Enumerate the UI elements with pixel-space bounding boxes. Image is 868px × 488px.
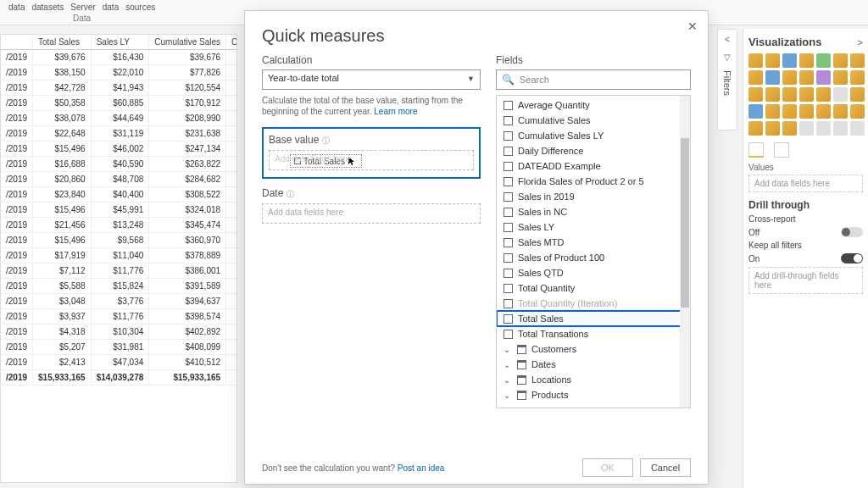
viz-type-icon[interactable] — [765, 53, 780, 68]
table-row[interactable]: /2019$4,318$10,304$402,892 — [1, 324, 237, 340]
date-dropzone[interactable]: Add data fields here — [262, 203, 481, 224]
post-idea-link[interactable]: Post an idea — [398, 463, 445, 473]
viz-type-icon[interactable] — [782, 104, 797, 119]
field-item[interactable]: DATEADD Example — [497, 158, 690, 174]
viz-type-icon[interactable] — [765, 87, 780, 102]
field-table[interactable]: Locations — [497, 372, 690, 387]
ribbon-item[interactable]: sources — [125, 3, 155, 12]
field-item[interactable]: Sales QTD — [497, 265, 690, 280]
info-icon[interactable]: ⓘ — [322, 136, 330, 145]
viz-type-icon[interactable] — [748, 70, 763, 85]
viz-type-icon[interactable] — [816, 53, 831, 68]
viz-type-icon[interactable] — [833, 70, 848, 85]
field-item[interactable]: Daily Difference — [497, 143, 690, 158]
keep-filters-toggle[interactable] — [841, 253, 863, 263]
table-row[interactable]: /2019$17,919$11,040$378,889 — [1, 248, 237, 263]
viz-type-icon[interactable] — [748, 121, 763, 136]
viz-type-icon[interactable] — [748, 53, 763, 68]
scrollbar-thumb[interactable] — [681, 138, 689, 308]
ribbon-item[interactable]: datasets — [31, 3, 64, 12]
table-row[interactable]: /2019$16,688$40,590$263,822 — [1, 157, 237, 172]
table-row[interactable]: /2019$3,937$11,776$398,574 — [1, 309, 237, 324]
field-item[interactable]: Sales in 2019 — [497, 189, 690, 204]
viz-type-icon[interactable] — [850, 70, 865, 85]
table-header[interactable]: Cumul — [226, 35, 237, 50]
table-header[interactable]: Cumulative Sales — [149, 35, 226, 50]
viz-type-icon[interactable] — [833, 121, 848, 136]
table-row[interactable]: /2019$22,648$31,119$231,638 — [1, 126, 237, 141]
viz-type-icon[interactable] — [782, 70, 797, 85]
viz-type-icon[interactable] — [799, 87, 814, 102]
viz-type-icon[interactable] — [782, 121, 797, 136]
viz-type-icon[interactable] — [833, 87, 848, 102]
field-item[interactable]: Total Sales — [497, 311, 690, 326]
filters-pane-collapsed[interactable]: < ▽ Filters — [717, 29, 737, 130]
ribbon-item[interactable]: data — [8, 3, 25, 12]
data-table-visual[interactable]: Total SalesSales LYCumulative SalesCumul… — [0, 34, 237, 483]
values-well[interactable]: Add data fields here — [748, 175, 863, 192]
table-row[interactable]: /2019$50,358$60,885$170,912 — [1, 96, 237, 111]
viz-type-icon[interactable] — [816, 104, 831, 119]
viz-type-icon[interactable] — [816, 121, 831, 136]
table-row[interactable]: /2019$5,588$15,824$391,589 — [1, 279, 237, 294]
table-row[interactable]: /2019$38,150$22,010$77,826 — [1, 65, 237, 80]
viz-type-icon[interactable] — [816, 70, 831, 85]
ok-button[interactable]: OK — [582, 458, 633, 477]
viz-type-icon[interactable] — [850, 53, 865, 68]
format-tab-icon[interactable] — [774, 142, 789, 158]
ribbon-item[interactable]: Server — [70, 3, 95, 12]
table-row[interactable]: /2019$15,496$9,568$360,970 — [1, 233, 237, 248]
fields-search-input[interactable]: 🔍 Search — [496, 69, 691, 90]
viz-type-icon[interactable] — [799, 104, 814, 119]
viz-type-icon[interactable] — [850, 104, 865, 119]
viz-type-icon[interactable] — [782, 87, 797, 102]
chevron-right-icon[interactable]: > — [858, 37, 863, 47]
learn-more-link[interactable]: Learn more — [374, 107, 417, 116]
cancel-button[interactable]: Cancel — [640, 458, 691, 477]
drill-through-well[interactable]: Add drill-through fields here — [748, 267, 863, 294]
viz-type-icon[interactable] — [850, 87, 865, 102]
field-item[interactable]: Sales of Product 100 — [497, 250, 690, 265]
viz-type-icon[interactable] — [850, 121, 865, 136]
table-row[interactable]: /2019$21,456$13,248$345,474 — [1, 218, 237, 233]
field-item[interactable]: Florida Sales of Product 2 or 5 — [497, 174, 690, 189]
viz-type-icon[interactable] — [833, 53, 848, 68]
table-row[interactable]: /2019$5,207$31,981$408,099 — [1, 340, 237, 355]
field-item[interactable]: Sales in NC — [497, 204, 690, 219]
field-item[interactable]: Sales MTD — [497, 235, 690, 250]
table-row[interactable]: /2019$23,840$40,400$308,522 — [1, 187, 237, 202]
field-item[interactable]: Total Quantity — [497, 280, 690, 296]
viz-type-icon[interactable] — [799, 70, 814, 85]
field-table[interactable]: Dates — [497, 357, 690, 372]
viz-type-icon[interactable] — [799, 53, 814, 68]
table-row[interactable]: /2019$2,413$47,034$410,512 — [1, 355, 237, 370]
viz-type-icon[interactable] — [782, 53, 797, 68]
table-row[interactable]: /2019$15,496$46,002$247,134 — [1, 141, 237, 157]
table-row[interactable]: /2019$15,496$45,991$324,018 — [1, 202, 237, 218]
viz-type-icon[interactable] — [799, 121, 814, 136]
table-header[interactable] — [1, 35, 33, 50]
field-item[interactable]: Average Quantity — [497, 97, 690, 113]
table-row[interactable]: /2019$38,078$44,649$208,990 — [1, 111, 237, 126]
field-item[interactable]: Total Quantity (Iteration) — [497, 296, 690, 311]
table-row[interactable]: /2019$39,676$16,430$39,676 — [1, 50, 237, 65]
viz-type-icon[interactable] — [765, 121, 780, 136]
viz-type-icon[interactable] — [748, 87, 763, 102]
field-table[interactable]: Products — [497, 387, 690, 402]
table-row[interactable]: /2019$3,048$3,776$394,637 — [1, 294, 237, 309]
field-item[interactable]: Cumulative Sales — [497, 113, 690, 128]
fields-list[interactable]: Average QuantityCumulative SalesCumulati… — [496, 95, 691, 408]
fields-tab-icon[interactable] — [748, 142, 764, 158]
field-item[interactable]: Total Transations — [497, 326, 690, 341]
viz-type-icon[interactable] — [748, 104, 763, 119]
calculation-dropdown[interactable]: Year-to-date total — [262, 69, 481, 90]
close-icon[interactable]: ✕ — [687, 19, 698, 33]
table-header[interactable]: Sales LY — [91, 35, 149, 50]
table-row[interactable]: /2019$20,860$48,708$284,682 — [1, 172, 237, 187]
ribbon-item[interactable]: data — [103, 3, 119, 12]
field-item[interactable]: Cumulative Sales LY — [497, 128, 690, 143]
table-header[interactable]: Total Sales — [33, 35, 92, 50]
viz-type-icon[interactable] — [765, 104, 780, 119]
table-row[interactable]: /2019$42,728$41,943$120,554 — [1, 80, 237, 96]
scrollbar[interactable] — [680, 96, 690, 408]
